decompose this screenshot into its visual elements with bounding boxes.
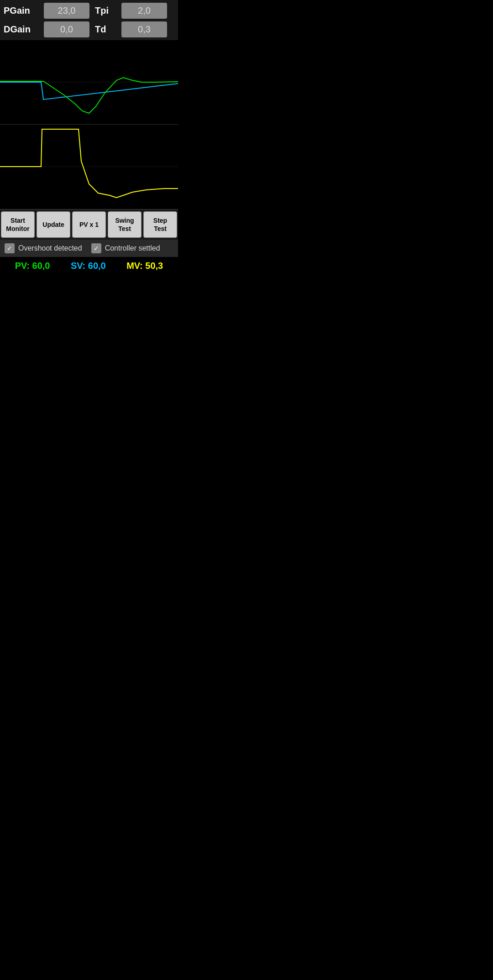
dgain-label: DGain bbox=[4, 24, 40, 35]
tpi-value[interactable]: 2,0 bbox=[121, 3, 167, 19]
step-test-button[interactable]: StepTest bbox=[143, 211, 177, 238]
overshoot-checkbox[interactable]: ✓ bbox=[5, 243, 15, 253]
update-button[interactable]: Update bbox=[37, 211, 70, 238]
overshoot-status: ✓ Overshoot detected bbox=[5, 243, 82, 253]
dgain-row: DGain 0,0 Td 0,3 bbox=[4, 21, 174, 37]
bottom-chart-svg bbox=[0, 125, 178, 209]
pv-x1-button[interactable]: PV x 1 bbox=[72, 211, 106, 238]
sv-value: SV: 60,0 bbox=[71, 261, 106, 271]
start-monitor-button[interactable]: StartMonitor bbox=[1, 211, 35, 238]
mv-value: MV: 50,3 bbox=[126, 261, 163, 271]
pgain-row: PGain 23,0 Tpi 2,0 bbox=[4, 3, 174, 19]
tpi-label: Tpi bbox=[95, 5, 118, 16]
params-section: PGain 23,0 Tpi 2,0 DGain 0,0 Td 0,3 bbox=[0, 0, 178, 40]
td-value[interactable]: 0,3 bbox=[121, 21, 167, 37]
overshoot-label: Overshoot detected bbox=[18, 244, 82, 252]
swing-test-button[interactable]: SwingTest bbox=[108, 211, 142, 238]
top-chart bbox=[0, 40, 178, 125]
td-label: Td bbox=[95, 24, 118, 35]
pgain-label: PGain bbox=[4, 5, 40, 16]
status-row: ✓ Overshoot detected ✓ Controller settle… bbox=[0, 240, 178, 257]
settled-checkbox[interactable]: ✓ bbox=[91, 243, 101, 253]
settled-status: ✓ Controller settled bbox=[91, 243, 160, 253]
dgain-value[interactable]: 0,0 bbox=[44, 21, 89, 37]
top-chart-svg bbox=[0, 40, 178, 125]
bottom-chart bbox=[0, 125, 178, 209]
settled-label: Controller settled bbox=[105, 244, 160, 252]
pv-value: PV: 60,0 bbox=[15, 261, 50, 271]
button-row: StartMonitor Update PV x 1 SwingTest Ste… bbox=[0, 209, 178, 240]
values-row: PV: 60,0 SV: 60,0 MV: 50,3 bbox=[0, 257, 178, 275]
pgain-value[interactable]: 23,0 bbox=[44, 3, 89, 19]
